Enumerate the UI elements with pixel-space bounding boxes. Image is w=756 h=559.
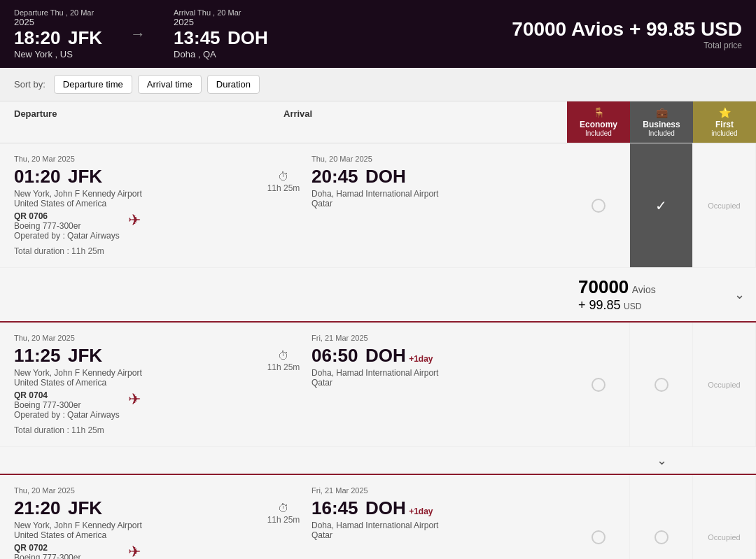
flight-1-business-check: ✓ xyxy=(655,197,667,214)
departure-label: Departure Thu , 20 Mar xyxy=(14,8,102,17)
flight-1-duration: 11h 25m xyxy=(267,183,300,193)
business-icon: 💼 xyxy=(656,107,668,118)
flight-col-headers: Departure Arrival xyxy=(0,101,567,143)
flight-3-num: QR 0702 xyxy=(14,543,120,553)
economy-col-header: 🪑 Economy Included xyxy=(567,101,630,143)
departure-col-header: Departure xyxy=(14,108,284,136)
flight-2-total-duration: Total duration : 11h 25m xyxy=(14,425,553,435)
departure-year: 2025 xyxy=(14,17,102,27)
flight-2-economy-cell[interactable] xyxy=(567,323,630,446)
flight-1-price-row: 70000 Avios + 99.85 USD ⌄ xyxy=(0,268,756,323)
flight-2-arrival: Fri, 21 Mar 2025 06:50 DOH +1day Doha, H… xyxy=(312,334,553,388)
flight-3-dep-code: JFK xyxy=(68,497,102,518)
flight-1-economy-cell[interactable] xyxy=(567,143,630,267)
flight-2-expand-section: ⌄ xyxy=(567,447,756,474)
flight-1-arrival: Thu, 20 Mar 2025 20:45 DOH Doha, Hamad I… xyxy=(312,155,553,208)
clock-icon-1: ⏱ xyxy=(278,171,289,183)
flight-1-economy-radio[interactable] xyxy=(592,199,606,213)
flight-3-duration-section: ⏱ 11h 25m xyxy=(255,502,312,525)
departure-info: Departure Thu , 20 Mar 2025 18:20 JFK Ne… xyxy=(14,8,102,59)
flight-2-dep-airport: New York, John F Kennedy Airport xyxy=(14,368,255,378)
flight-1-total-duration: Total duration : 11h 25m xyxy=(14,246,553,256)
business-col-header: 💼 Business Included xyxy=(630,101,693,143)
flight-1-dep-country: United States of America xyxy=(14,199,255,208)
flight-3-details: Thu, 20 Mar 2025 21:20 JFK New York, Joh… xyxy=(0,475,567,559)
flight-3-detail-box: QR 0702 Boeing 777-300er Operated by : Q… xyxy=(14,543,120,559)
flight-2-info: QR 0704 Boeing 777-300er Operated by : Q… xyxy=(14,390,553,420)
first-col-header: ⭐ First included xyxy=(693,101,756,143)
flight-2-departure: Thu, 20 Mar 2025 11:25 JFK New York, Joh… xyxy=(14,334,255,388)
sort-arrival-btn[interactable]: Arrival time xyxy=(138,75,202,94)
flight-3-arr-date: Fri, 21 Mar 2025 xyxy=(312,486,553,495)
flight-3-economy-radio[interactable] xyxy=(592,530,606,544)
flight-1-price-display: 70000 Avios + 99.85 USD xyxy=(578,276,656,313)
flight-2-num: QR 0704 xyxy=(14,390,120,400)
economy-included: Included xyxy=(585,129,612,137)
flight-3-arr-code: DOH xyxy=(365,497,406,518)
flight-3-arr-country: Qatar xyxy=(312,530,553,540)
flight-3-economy-cell[interactable] xyxy=(567,475,630,559)
departure-time: 18:20 xyxy=(14,27,61,48)
flight-3-arr-time: 16:45 xyxy=(312,497,358,518)
flight-1-price-section: 70000 Avios + 99.85 USD ⌄ xyxy=(567,268,756,323)
page-header: Departure Thu , 20 Mar 2025 18:20 JFK Ne… xyxy=(0,0,756,68)
flight-2-operated: Operated by : Qatar Airways xyxy=(14,410,120,420)
flight-3-class-cells: Occupied xyxy=(567,475,756,559)
arrival-info: Arrival Thu , 20 Mar 2025 13:45 DOH Doha… xyxy=(174,8,268,59)
sort-duration-btn[interactable]: Duration xyxy=(207,75,260,94)
flight-2-arr-day: +1day xyxy=(409,354,433,364)
flight-2-expand-chevron[interactable]: ⌄ xyxy=(657,453,667,468)
flight-2-dep-date: Thu, 20 Mar 2025 xyxy=(14,334,255,342)
flight-1-first-cell: Occupied xyxy=(693,143,756,267)
business-label: Business xyxy=(643,120,680,129)
economy-label: Economy xyxy=(580,120,617,129)
flight-2-arr-date: Fri, 21 Mar 2025 xyxy=(312,334,553,342)
flight-2-expand-spacer xyxy=(0,447,567,474)
flight-1-dep-date: Thu, 20 Mar 2025 xyxy=(14,155,255,163)
flight-1-arr-time: 20:45 xyxy=(312,166,358,187)
flight-2-class-cells: Occupied xyxy=(567,323,756,447)
price-expand-chevron[interactable]: ⌄ xyxy=(734,287,745,302)
economy-icon: 🪑 xyxy=(593,107,605,118)
flight-2-expand-row: ⌄ xyxy=(0,447,756,475)
flight-3-first-cell: Occupied xyxy=(693,475,756,559)
flight-2-arr-country: Qatar xyxy=(312,378,553,388)
flight-1-arr-date: Thu, 20 Mar 2025 xyxy=(312,155,553,163)
flight-1-aircraft: Boeing 777-300er xyxy=(14,221,120,231)
flight-2-details: Thu, 20 Mar 2025 11:25 JFK New York, Joh… xyxy=(0,323,567,447)
flight-3-first-occupied: Occupied xyxy=(708,533,740,542)
header-flight-info: Departure Thu , 20 Mar 2025 18:20 JFK Ne… xyxy=(14,8,268,59)
flight-row-3: Thu, 20 Mar 2025 21:20 JFK New York, Joh… xyxy=(0,475,756,559)
flight-2-arr-airport: Doha, Hamad International Airport xyxy=(312,368,553,378)
flight-1-info: QR 0706 Boeing 777-300er Operated by : Q… xyxy=(14,211,553,241)
sort-bar: Sort by: Departure time Arrival time Dur… xyxy=(0,68,756,101)
business-included: Included xyxy=(648,129,675,137)
flight-row-1: Thu, 20 Mar 2025 01:20 JFK New York, Joh… xyxy=(0,143,756,268)
flight-2-dep-code: JFK xyxy=(68,345,102,366)
flight-1-business-cell[interactable]: ✓ xyxy=(630,143,693,267)
flight-1-departure: Thu, 20 Mar 2025 01:20 JFK New York, Joh… xyxy=(14,155,255,208)
flight-3-business-radio[interactable] xyxy=(654,530,668,544)
flight-3-duration: 11h 25m xyxy=(267,515,300,525)
price-usd-label: USD xyxy=(624,302,641,311)
sort-departure-btn[interactable]: Departure time xyxy=(54,75,132,94)
flight-3-aircraft: Boeing 777-300er xyxy=(14,553,120,559)
flight-2-first-occupied: Occupied xyxy=(708,381,740,389)
flight-1-detail-box: QR 0706 Boeing 777-300er Operated by : Q… xyxy=(14,211,120,241)
flight-3-dep-date: Thu, 20 Mar 2025 xyxy=(14,486,255,495)
flight-1-dep-code: JFK xyxy=(68,166,102,187)
flight-row-2: Thu, 20 Mar 2025 11:25 JFK New York, Joh… xyxy=(0,323,756,447)
flight-2-business-radio[interactable] xyxy=(654,378,668,392)
flight-direction-arrow: → xyxy=(130,25,146,43)
arrival-label: Arrival Thu , 20 Mar xyxy=(174,8,268,17)
flight-2-economy-radio[interactable] xyxy=(592,378,606,392)
flight-1-dep-time: 01:20 xyxy=(14,166,61,187)
flight-1-first-occupied: Occupied xyxy=(708,201,740,210)
total-price-label: Total price xyxy=(512,41,742,50)
flight-2-aircraft: Boeing 777-300er xyxy=(14,400,120,410)
flight-2-business-cell[interactable] xyxy=(630,323,693,446)
flight-3-business-cell[interactable] xyxy=(630,475,693,559)
arrival-col-header: Arrival xyxy=(284,108,553,136)
class-col-headers: 🪑 Economy Included 💼 Business Included ⭐… xyxy=(567,101,756,143)
qatar-airways-logo-3: ✈ xyxy=(128,543,141,559)
